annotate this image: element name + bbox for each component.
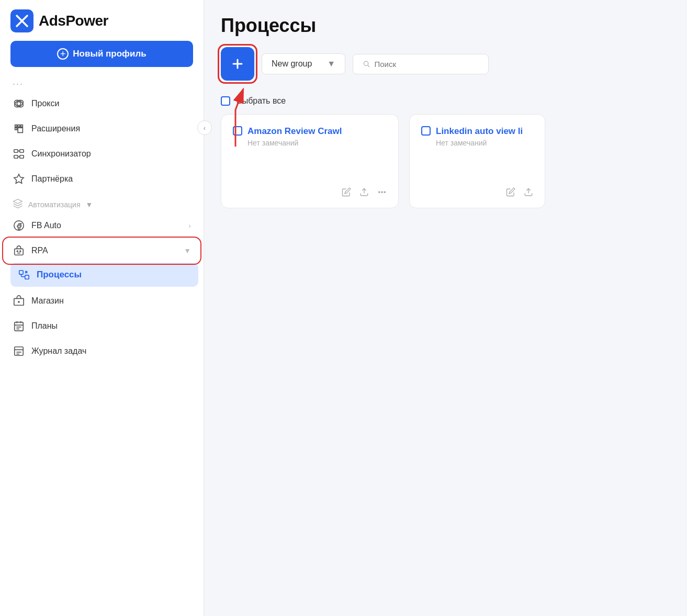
sidebar-item-partner-label: Партнёрка bbox=[31, 174, 73, 184]
search-input[interactable] bbox=[374, 60, 479, 69]
select-all-row: Выбрать все bbox=[204, 92, 687, 114]
card-2-subtitle: Нет замечаний bbox=[436, 139, 523, 147]
extensions-icon bbox=[13, 122, 25, 135]
group-dropdown-chevron-icon: ▼ bbox=[327, 59, 335, 69]
sidebar-item-proxy[interactable]: Прокси bbox=[5, 92, 198, 116]
sidebar-header: AdsPower bbox=[0, 0, 204, 41]
new-group-button-wrapper bbox=[221, 47, 254, 81]
svg-point-13 bbox=[20, 251, 21, 252]
main-header: Процессы New group ▼ bbox=[204, 0, 687, 92]
page-title: Процессы bbox=[221, 15, 670, 37]
proxy-icon bbox=[13, 97, 25, 110]
new-profile-label: Новый профиль bbox=[73, 49, 146, 59]
svg-rect-6 bbox=[20, 155, 24, 159]
partner-icon bbox=[13, 173, 25, 185]
sidebar-collapse-button[interactable]: ‹ bbox=[197, 120, 212, 135]
sidebar-item-task-log[interactable]: Журнал задач bbox=[5, 339, 198, 363]
store-icon bbox=[13, 295, 25, 307]
svg-point-10 bbox=[14, 221, 24, 230]
search-icon bbox=[363, 60, 370, 68]
svg-rect-3 bbox=[14, 150, 18, 153]
card-1-checkbox[interactable] bbox=[233, 126, 242, 136]
sidebar-item-fb-auto-label: FB Auto bbox=[31, 221, 61, 230]
svg-point-12 bbox=[17, 251, 18, 252]
sidebar-item-plans-label: Планы bbox=[31, 321, 58, 331]
sidebar-item-task-log-label: Журнал задач bbox=[31, 346, 86, 356]
nav-list: Прокси Расширения Синхрон bbox=[0, 92, 204, 616]
group-dropdown[interactable]: New group ▼ bbox=[262, 53, 345, 74]
automation-section: Автоматизация ▼ bbox=[5, 192, 198, 214]
card-1-more-icon[interactable] bbox=[377, 187, 387, 199]
processes-icon bbox=[18, 268, 30, 281]
select-all-checkbox[interactable] bbox=[221, 96, 230, 106]
plans-icon bbox=[13, 320, 25, 332]
rpa-icon bbox=[13, 244, 25, 257]
card-1-title: Amazon Review Crawl bbox=[247, 126, 342, 137]
svg-marker-9 bbox=[14, 174, 24, 183]
svg-line-30 bbox=[368, 65, 369, 67]
svg-point-2 bbox=[13, 99, 24, 109]
card-2-actions bbox=[421, 179, 533, 199]
sidebar-item-sync-label: Синхронизатор bbox=[31, 149, 91, 159]
cards-area: Amazon Review Crawl Нет замечаний bbox=[204, 114, 687, 616]
fb-icon bbox=[13, 219, 25, 232]
sidebar-item-extensions[interactable]: Расширения bbox=[5, 117, 198, 141]
app-logo-text: AdsPower bbox=[39, 13, 108, 29]
sidebar-item-proxy-label: Прокси bbox=[31, 99, 59, 108]
card-2-header: Linkedin auto view li Нет замечаний bbox=[421, 126, 533, 147]
sidebar-item-fb-auto[interactable]: FB Auto › bbox=[5, 214, 198, 238]
sidebar-item-rpa[interactable]: RPA ▼ bbox=[5, 239, 198, 263]
card-1-actions bbox=[233, 179, 387, 199]
select-all-label: Выбрать все bbox=[236, 96, 286, 106]
automation-icon bbox=[13, 198, 23, 210]
sidebar: AdsPower + Новый профиль ... Прокси bbox=[0, 0, 204, 616]
card-1-subtitle: Нет замечаний bbox=[247, 139, 342, 147]
group-dropdown-label: New group bbox=[272, 59, 312, 69]
svg-rect-15 bbox=[25, 275, 29, 279]
task-log-icon bbox=[13, 345, 25, 357]
card-2-checkbox[interactable] bbox=[421, 126, 431, 136]
automation-chevron-icon: ▼ bbox=[85, 200, 93, 209]
process-card-1: Amazon Review Crawl Нет замечаний bbox=[221, 114, 399, 208]
card-1-header: Amazon Review Crawl Нет замечаний bbox=[233, 126, 387, 147]
sidebar-item-rpa-label: RPA bbox=[31, 246, 48, 255]
card-2-export-icon[interactable] bbox=[524, 187, 533, 199]
svg-point-33 bbox=[381, 192, 382, 193]
svg-rect-17 bbox=[15, 322, 24, 331]
svg-rect-4 bbox=[20, 150, 24, 153]
sidebar-item-partner[interactable]: Партнёрка bbox=[5, 167, 198, 191]
sidebar-item-processes[interactable]: Процессы bbox=[10, 263, 198, 287]
svg-point-29 bbox=[364, 61, 368, 65]
card-1-edit-icon[interactable] bbox=[342, 187, 351, 199]
sidebar-item-sync[interactable]: Синхронизатор bbox=[5, 142, 198, 166]
card-2-title: Linkedin auto view li bbox=[436, 126, 523, 137]
fb-auto-chevron-icon: › bbox=[188, 221, 191, 230]
toolbar: New group ▼ bbox=[221, 47, 670, 81]
new-group-button[interactable] bbox=[221, 47, 254, 81]
sidebar-item-processes-label: Процессы bbox=[37, 270, 82, 280]
sidebar-item-plans[interactable]: Планы bbox=[5, 314, 198, 338]
sync-icon bbox=[13, 148, 25, 160]
sidebar-item-extensions-label: Расширения bbox=[31, 124, 80, 133]
main-content: Процессы New group ▼ bbox=[204, 0, 687, 616]
process-card-2: Linkedin auto view li Нет замечаний bbox=[409, 114, 545, 208]
rpa-chevron-icon: ▼ bbox=[184, 247, 191, 255]
svg-point-0 bbox=[17, 102, 20, 105]
card-1-export-icon[interactable] bbox=[359, 187, 369, 199]
card-2-edit-icon[interactable] bbox=[506, 187, 515, 199]
svg-point-32 bbox=[379, 192, 380, 193]
sidebar-dots: ... bbox=[0, 74, 204, 92]
svg-rect-5 bbox=[14, 155, 18, 159]
new-profile-button[interactable]: + Новый профиль bbox=[10, 41, 193, 67]
automation-label: Автоматизация bbox=[28, 200, 80, 209]
search-box bbox=[353, 54, 489, 74]
sidebar-item-store-label: Магазин bbox=[31, 296, 64, 306]
svg-rect-14 bbox=[19, 271, 23, 274]
sidebar-item-store[interactable]: Магазин bbox=[5, 289, 198, 313]
logo-icon bbox=[10, 9, 33, 32]
svg-point-34 bbox=[384, 192, 385, 193]
plus-circle-icon: + bbox=[57, 48, 69, 60]
svg-rect-11 bbox=[15, 249, 24, 255]
